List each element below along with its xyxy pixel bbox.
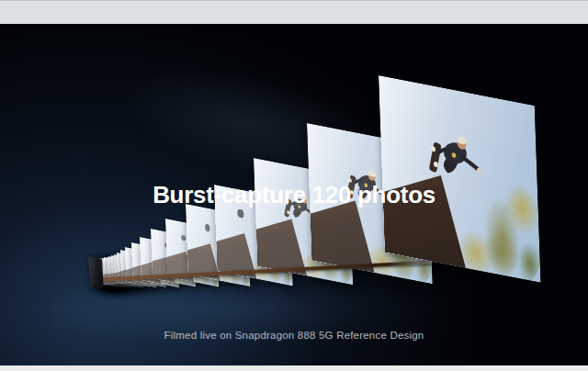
- stack-end-cap: [88, 256, 104, 288]
- haze-overlay: [379, 75, 541, 283]
- letterbox-bottom: [0, 365, 588, 371]
- slide: Burst-capture 120 photos Filmed live on …: [0, 0, 588, 371]
- burst-photo-frame: [379, 75, 541, 283]
- headline: Burst-capture 120 photos: [0, 182, 588, 209]
- caption: Filmed live on Snapdragon 888 5G Referen…: [0, 330, 588, 341]
- letterbox-top: [0, 0, 588, 24]
